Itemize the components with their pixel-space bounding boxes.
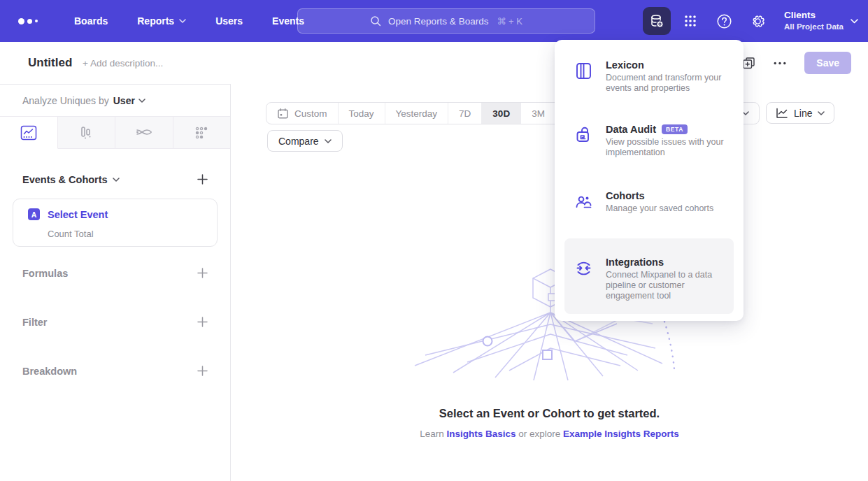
nav-label: Reports	[137, 15, 174, 27]
date-range-7d[interactable]: 7D	[448, 103, 482, 124]
formulas-label: Formulas	[22, 268, 68, 279]
events-cohorts-label: Events & Cohorts	[22, 174, 108, 185]
date-range-custom[interactable]: Custom	[266, 103, 339, 124]
search-shortcut: ⌘ + K	[497, 16, 522, 27]
nav-item-users[interactable]: Users	[215, 15, 243, 27]
date-range-label: 30D	[492, 108, 510, 119]
org-name: Clients	[784, 10, 844, 22]
compare-button[interactable]: Compare	[267, 130, 343, 152]
nav-label: Users	[215, 15, 243, 27]
duplicate-icon[interactable]	[742, 57, 755, 70]
filter-label: Filter	[22, 317, 47, 328]
select-event-button[interactable]: Select Event	[48, 209, 108, 220]
add-breakdown-icon[interactable]	[196, 364, 209, 378]
nav-item-reports[interactable]: Reports	[137, 15, 186, 27]
menu-item-description: Manage your saved cohorts	[606, 203, 713, 214]
menu-item-cohorts[interactable]: Cohorts Manage your saved cohorts	[564, 190, 734, 234]
tab-retention[interactable]	[173, 117, 231, 149]
flow-tab-icon	[135, 126, 153, 140]
save-button[interactable]: Save	[804, 52, 851, 74]
events-cohorts-header: Events & Cohorts	[22, 173, 209, 186]
project-name: All Project Data	[784, 22, 844, 31]
calendar-icon	[277, 108, 289, 120]
bar-chart-tab-icon	[78, 125, 94, 141]
menu-item-lexicon[interactable]: Lexicon Document and transform your even…	[564, 59, 734, 124]
date-range-label: 3M	[532, 108, 545, 119]
integrations-sync-icon	[574, 257, 594, 314]
menu-item-description: Connect Mixpanel to a data pipeline or c…	[606, 270, 728, 301]
chart-type-button[interactable]: Line	[766, 102, 834, 124]
menu-item-description: View possible issues with your implement…	[606, 137, 728, 158]
menu-item-description: Document and transform your events and p…	[606, 73, 728, 94]
tab-flow[interactable]	[115, 117, 173, 149]
add-filter-icon[interactable]	[196, 315, 209, 329]
data-management-menu: Lexicon Document and transform your even…	[555, 40, 744, 321]
lexicon-book-icon	[574, 59, 594, 124]
mixpanel-logo[interactable]	[18, 18, 42, 24]
global-search-input[interactable]: Open Reports & Boards ⌘ + K	[297, 8, 595, 34]
event-letter-badge: A	[28, 208, 40, 220]
tab-bar-chart[interactable]	[58, 117, 116, 149]
more-icon[interactable]	[774, 62, 786, 65]
cohorts-people-icon	[574, 190, 594, 234]
date-range-30d[interactable]: 30D	[482, 103, 521, 124]
menu-item-title-text: Data Audit	[606, 124, 656, 135]
subtitle-text: Learn	[420, 429, 444, 439]
search-placeholder: Open Reports & Boards	[388, 16, 488, 27]
empty-state-title: Select an Event or Cohort to get started…	[231, 407, 868, 420]
menu-item-title: Integrations	[606, 257, 728, 268]
count-total-dropdown[interactable]: Count Total	[48, 229, 94, 239]
menu-item-title: Lexicon	[606, 59, 728, 71]
date-range-yesterday[interactable]: Yesterday	[385, 103, 449, 124]
insights-basics-link[interactable]: Insights Basics	[446, 429, 515, 439]
analyze-by-dropdown[interactable]: User	[113, 95, 145, 106]
settings-gear-icon[interactable]	[744, 7, 771, 35]
line-chart-icon	[776, 108, 788, 119]
nav-label: Boards	[74, 15, 108, 27]
date-range-label: 7D	[459, 108, 471, 119]
top-navbar: Boards Reports Users Events Open Reports…	[0, 0, 868, 42]
menu-item-integrations[interactable]: Integrations Connect Mixpanel to a data …	[564, 238, 734, 314]
analyze-value-label: User	[113, 95, 135, 106]
chevron-down-icon	[851, 19, 858, 24]
navbar-right: Clients All Project Data	[643, 0, 858, 42]
chevron-down-icon	[179, 19, 186, 23]
query-sidebar: Analyze Uniques by User	[0, 84, 231, 481]
tab-insights-line[interactable]	[0, 117, 58, 149]
project-selector[interactable]: Clients All Project Data	[784, 10, 858, 31]
menu-item-title: Data Audit BETA	[606, 124, 728, 135]
menu-item-data-audit[interactable]: Data Audit BETA View possible issues wit…	[564, 124, 734, 188]
search-icon	[370, 15, 381, 27]
date-range-label: Custom	[294, 108, 327, 119]
formulas-section: Formulas	[22, 266, 209, 280]
date-range-label: Yesterday	[396, 108, 438, 119]
breakdown-section: Breakdown	[22, 364, 209, 378]
beta-badge: BETA	[662, 124, 688, 134]
example-insights-reports-link[interactable]: Example Insights Reports	[563, 429, 679, 439]
analyze-label: Analyze Uniques by	[22, 95, 109, 106]
add-event-icon[interactable]	[196, 173, 209, 186]
apps-grid-icon[interactable]	[676, 7, 704, 35]
retention-tab-icon	[194, 125, 209, 141]
subtitle-text: or explore	[518, 429, 560, 439]
description-input[interactable]: + Add description...	[83, 58, 163, 69]
event-card[interactable]: A Select Event Count Total	[13, 199, 218, 247]
menu-item-title: Cohorts	[606, 190, 713, 201]
date-range-today[interactable]: Today	[339, 103, 385, 124]
chart-type-tabs	[0, 117, 230, 149]
data-audit-lock-icon	[574, 124, 594, 188]
date-range-3m[interactable]: 3M	[521, 103, 556, 124]
report-title[interactable]: Untitled	[28, 56, 72, 70]
events-cohorts-dropdown[interactable]: Events & Cohorts	[22, 174, 120, 185]
chart-type-label: Line	[794, 108, 812, 119]
line-chart-tab-icon	[20, 125, 37, 141]
data-management-icon[interactable]	[643, 7, 671, 35]
nav-item-boards[interactable]: Boards	[74, 15, 108, 27]
add-formula-icon[interactable]	[196, 266, 209, 280]
filter-section: Filter	[22, 315, 209, 329]
compare-label: Compare	[278, 136, 319, 147]
date-range-label: Today	[349, 108, 374, 119]
help-icon[interactable]	[710, 7, 738, 35]
empty-state-subtitle: Learn Insights Basics or explore Example…	[231, 429, 868, 439]
breakdown-label: Breakdown	[22, 366, 77, 377]
